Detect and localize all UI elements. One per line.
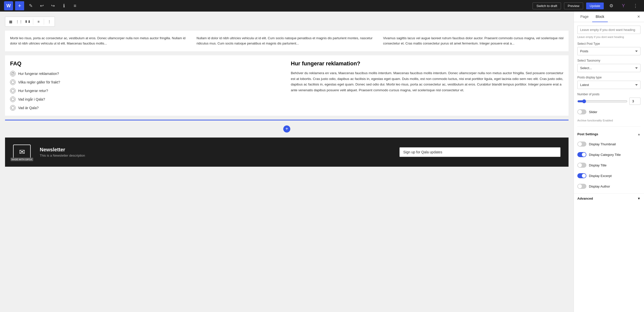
tab-block[interactable]: Block bbox=[592, 12, 608, 22]
number-of-posts-label: Number of posts bbox=[577, 93, 640, 96]
block-toolbar: ▦ ⋮⋮ ⬆⬇ ≡ ⋮ bbox=[5, 17, 55, 27]
undo-icon[interactable]: ↩ bbox=[37, 1, 46, 10]
post-item: Morbi leo risus, porta ac consectetur ac… bbox=[10, 36, 190, 46]
display-title-label: Display Title bbox=[589, 163, 607, 167]
archive-note: Archive functionality Enabled bbox=[577, 119, 640, 122]
preview-button[interactable]: Preview bbox=[564, 3, 583, 9]
more-options-icon[interactable]: ⋮ bbox=[631, 1, 640, 10]
post-settings-header[interactable]: Post Settings ▲ bbox=[577, 131, 640, 137]
slider-toggle[interactable] bbox=[577, 109, 586, 114]
select-post-type-label: Select Post Type bbox=[577, 42, 640, 46]
faq-left: FAQ Hur fungerar reklamation? Vilka regl… bbox=[10, 60, 283, 111]
settings-icon[interactable]: ⚙ bbox=[607, 1, 616, 10]
newsletter-title: Newsletter bbox=[40, 147, 85, 153]
newsletter-select[interactable]: Sign up for Qala updates bbox=[399, 147, 560, 157]
faq-list: Hur fungerar reklamation? Vilka regler g… bbox=[10, 71, 283, 111]
posts-count-input[interactable]: 3 bbox=[629, 98, 640, 105]
display-title-toggle[interactable] bbox=[577, 163, 586, 168]
advanced-section[interactable]: Advanced ▼ bbox=[574, 193, 644, 203]
block-align-icon[interactable]: ≡ bbox=[35, 18, 42, 25]
newsletter-icon: ✉ MADE WITH GIFOX bbox=[13, 145, 31, 160]
faq-item-label: Hur fungerar reklamation? bbox=[18, 72, 59, 76]
number-of-posts-group: Number of posts 3 bbox=[577, 93, 640, 105]
canvas: ▦ ⋮⋮ ⬆⬇ ≡ ⋮ Morbi leo risus, porta ac co… bbox=[0, 12, 574, 312]
posts-display-type-group: Posts display type Latest bbox=[577, 76, 640, 89]
newsletter-right: Sign up for Qala updates bbox=[399, 147, 560, 157]
list-item: Hur fungerar reklamation? bbox=[10, 71, 283, 76]
faq-item-icon bbox=[10, 88, 16, 94]
display-excerpt-row: Display Excerpt bbox=[577, 172, 640, 179]
display-title-knob bbox=[578, 163, 582, 167]
newsletter-description: This is a Newsletter description bbox=[40, 154, 85, 157]
display-category-title-toggle[interactable] bbox=[577, 152, 586, 157]
svg-point-1 bbox=[11, 81, 14, 84]
svg-point-3 bbox=[11, 98, 14, 101]
display-author-knob bbox=[578, 184, 582, 188]
topbar-right: Switch to draft Preview Update ⚙ Y ⋮ bbox=[533, 1, 640, 10]
block-more-icon[interactable]: ⋮ bbox=[46, 18, 53, 25]
add-block-plus-button[interactable]: + bbox=[283, 125, 290, 132]
posts-display-type-label: Posts display type bbox=[577, 76, 640, 79]
display-thumbnail-label: Display Thumbnail bbox=[589, 142, 616, 146]
select-taxonomy-group: Select Taxonomy Select... bbox=[577, 59, 640, 72]
faq-item-icon bbox=[10, 79, 16, 85]
section-divider bbox=[577, 126, 640, 127]
display-excerpt-knob bbox=[582, 174, 586, 178]
display-title-row: Display Title bbox=[577, 162, 640, 169]
display-author-row: Display Author bbox=[577, 183, 640, 190]
advanced-chevron: ▼ bbox=[637, 197, 640, 200]
heading-input[interactable] bbox=[577, 26, 640, 34]
faq-title: FAQ bbox=[10, 60, 283, 67]
slider-toggle-knob bbox=[578, 110, 582, 114]
select-post-type[interactable]: Posts bbox=[577, 47, 640, 55]
main-layout: ▦ ⋮⋮ ⬆⬇ ≡ ⋮ Morbi leo risus, porta ac co… bbox=[0, 12, 644, 312]
topbar-left: W + ✎ ↩ ↪ ℹ ≡ bbox=[4, 1, 79, 10]
switch-to-draft-button[interactable]: Switch to draft bbox=[533, 3, 561, 9]
wordpress-logo[interactable]: W bbox=[4, 1, 13, 10]
sidebar-body: Leave empty if you dont want heading Sel… bbox=[574, 22, 644, 193]
add-block-button[interactable]: + bbox=[15, 1, 24, 10]
display-excerpt-toggle[interactable] bbox=[577, 173, 586, 178]
faq-item-label: Vad ingår i Qala? bbox=[18, 97, 45, 101]
slider-toggle-label: Slider bbox=[589, 110, 597, 114]
toolbar-divider bbox=[33, 19, 33, 25]
gifox-badge: MADE WITH GIFOX bbox=[11, 158, 33, 161]
info-icon[interactable]: ℹ bbox=[59, 1, 68, 10]
select-post-type-group: Select Post Type Posts bbox=[577, 42, 640, 55]
faq-answer-title: Hur fungerar reklamation? bbox=[291, 60, 564, 67]
post-settings-label: Post Settings bbox=[577, 132, 598, 136]
newsletter-footer: ✉ MADE WITH GIFOX Newsletter This is a N… bbox=[5, 138, 569, 167]
redo-icon[interactable]: ↪ bbox=[48, 1, 57, 10]
faq-right: Hur fungerar reklamation? Behöver du rek… bbox=[291, 60, 564, 111]
faq-item-label: Hur fungerar retur? bbox=[18, 89, 48, 93]
tab-page[interactable]: Page bbox=[577, 12, 592, 22]
block-move-icon[interactable]: ⬆⬇ bbox=[24, 18, 31, 25]
faq-item-label: Vad är Qala? bbox=[18, 106, 38, 110]
display-thumbnail-toggle[interactable] bbox=[577, 142, 586, 147]
svg-point-2 bbox=[11, 89, 14, 92]
sidebar-close-button[interactable]: × bbox=[636, 13, 641, 20]
display-author-label: Display Author bbox=[589, 185, 610, 188]
faq-answer-text: Behöver du reklamera en vara, Maecenas f… bbox=[291, 70, 564, 94]
post-grid: Morbi leo risus, porta ac consectetur ac… bbox=[5, 31, 569, 51]
block-layout-icon[interactable]: ▦ bbox=[7, 18, 14, 25]
update-button[interactable]: Update bbox=[586, 3, 604, 9]
select-taxonomy[interactable]: Select... bbox=[577, 64, 640, 72]
newsletter-left: ✉ MADE WITH GIFOX Newsletter This is a N… bbox=[13, 145, 85, 160]
posts-count-slider[interactable] bbox=[577, 99, 627, 103]
list-view-icon[interactable]: ≡ bbox=[70, 1, 79, 10]
svg-point-4 bbox=[11, 106, 14, 109]
block-drag-icon[interactable]: ⋮⋮ bbox=[15, 18, 23, 25]
display-excerpt-label: Display Excerpt bbox=[589, 174, 612, 178]
display-author-toggle[interactable] bbox=[577, 184, 586, 189]
display-category-title-knob bbox=[582, 153, 586, 157]
blue-separator bbox=[5, 120, 569, 120]
display-thumbnail-knob bbox=[578, 142, 582, 146]
topbar: W + ✎ ↩ ↪ ℹ ≡ Switch to draft Preview Up… bbox=[0, 0, 644, 12]
post-item: Nullam id dolor id nibh ultricies vehicu… bbox=[196, 36, 377, 46]
display-category-title-row: Display Category Title bbox=[577, 151, 640, 158]
edit-icon[interactable]: ✎ bbox=[26, 1, 35, 10]
display-category-title-label: Display Category Title bbox=[589, 153, 621, 157]
posts-display-type-select[interactable]: Latest bbox=[577, 81, 640, 89]
yoast-icon[interactable]: Y bbox=[619, 1, 628, 10]
